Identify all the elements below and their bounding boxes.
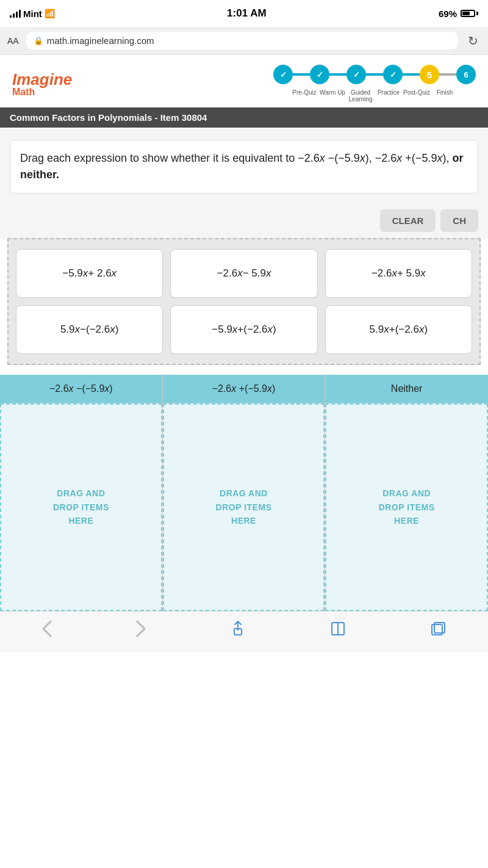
progress-nav: ✓ ✓ ✓ ✓ 5 6 Pre-Quiz Warm Up GuidedLearn…: [273, 65, 476, 103]
drag-card-2[interactable]: −2.6x − 5.9x: [170, 249, 317, 298]
drag-source-area: −5.9x + 2.6x −2.6x − 5.9x −2.6x + 5.9x 5…: [7, 238, 481, 365]
connector-1: [293, 73, 310, 76]
check-button[interactable]: CH: [440, 209, 478, 232]
logo-math: Math: [12, 87, 72, 98]
drop-zone-2-placeholder: DRAG ANDDROP ITEMSHERE: [216, 486, 272, 527]
label-finish: Finish: [426, 89, 463, 96]
drag-card-5[interactable]: −5.9x +(−2.6x): [170, 305, 317, 354]
drop-zone-3: Neither DRAG ANDDROP ITEMSHERE: [325, 375, 488, 611]
status-time: 1:01 AM: [227, 7, 267, 20]
drag-card-1[interactable]: −5.9x + 2.6x: [16, 249, 163, 298]
battery-fill: [462, 12, 470, 15]
drop-zone-1-header: −2.6x −(−5.9x): [0, 375, 162, 403]
signal-bars: [10, 9, 21, 18]
drop-zone-3-placeholder: DRAG ANDDROP ITEMSHERE: [379, 486, 435, 527]
signal-bar-4: [19, 10, 21, 18]
signal-bar-1: [10, 15, 12, 18]
step-post-quiz: 5: [420, 65, 439, 84]
connector-4: [403, 73, 420, 76]
clear-button[interactable]: CLEAR: [380, 209, 436, 232]
book-icon: [329, 620, 346, 637]
battery-tip: [476, 12, 478, 15]
wifi-icon: 📶: [45, 9, 55, 18]
action-buttons: CLEAR CH: [0, 203, 488, 238]
drop-zone-2-header: −2.6x +(−5.9x): [163, 375, 325, 403]
drag-card-4[interactable]: 5.9x −(−2.6x): [16, 305, 163, 354]
url-bar[interactable]: 🔒 math.imaginelearning.com: [26, 32, 458, 49]
progress-labels: Pre-Quiz Warm Up GuidedLearning Practice…: [286, 89, 463, 103]
forward-icon: [135, 620, 146, 637]
battery-icon: [461, 10, 478, 17]
tabs-button[interactable]: [420, 618, 456, 640]
battery-percent: 69%: [439, 9, 457, 19]
drag-card-6[interactable]: 5.9x +(−2.6x): [325, 305, 472, 354]
step-pre-quiz: ✓: [273, 65, 293, 84]
signal-bar-2: [13, 13, 15, 18]
status-left: Mint 📶: [10, 9, 55, 19]
forward-button[interactable]: [126, 618, 156, 640]
drop-zone-1-body[interactable]: DRAG ANDDROP ITEMSHERE: [0, 403, 162, 611]
progress-steps: ✓ ✓ ✓ ✓ 5 6: [273, 65, 476, 84]
bottom-nav: [0, 611, 488, 652]
status-right: 69%: [439, 9, 478, 19]
share-icon: [229, 620, 246, 637]
back-icon: [41, 620, 52, 637]
step-practice: ✓: [383, 65, 403, 84]
drop-zone-2-body[interactable]: DRAG ANDDROP ITEMSHERE: [163, 403, 325, 611]
signal-bar-3: [16, 12, 18, 18]
connector-2: [329, 73, 346, 76]
status-bar: Mint 📶 1:01 AM 69%: [0, 0, 488, 27]
item-title-bar: Common Factors in Polynomials - Item 308…: [0, 107, 488, 128]
drop-zones: −2.6x −(−5.9x) DRAG ANDDROP ITEMSHERE −2…: [0, 375, 488, 611]
bookmark-button[interactable]: [320, 618, 356, 640]
back-button[interactable]: [32, 618, 62, 640]
step-warm-up: ✓: [310, 65, 329, 84]
item-title-text: Common Factors in Polynomials - Item 308…: [10, 112, 207, 123]
drop-zone-3-body[interactable]: DRAG ANDDROP ITEMSHERE: [325, 403, 488, 611]
browser-bar: AA 🔒 math.imaginelearning.com ↻: [0, 27, 488, 55]
battery-body: [461, 10, 475, 17]
drop-zone-3-header: Neither: [325, 375, 488, 403]
drop-zone-2: −2.6x +(−5.9x) DRAG ANDDROP ITEMSHERE: [163, 375, 326, 611]
tabs-icon: [429, 620, 447, 637]
connector-5: [439, 73, 456, 76]
step-guided-learning: ✓: [346, 65, 366, 84]
drop-zone-1-placeholder: DRAG ANDDROP ITEMSHERE: [53, 486, 109, 527]
step-finish: 6: [456, 65, 476, 84]
reload-button[interactable]: ↻: [465, 34, 481, 48]
logo-area: Imagine Math: [12, 70, 72, 98]
drop-zone-1: −2.6x −(−5.9x) DRAG ANDDROP ITEMSHERE: [0, 375, 163, 611]
aa-text[interactable]: AA: [7, 36, 19, 46]
question-area: Drag each expression to show whether it …: [0, 128, 488, 203]
url-text: math.imaginelearning.com: [47, 35, 154, 46]
connector-3: [366, 73, 383, 76]
share-button[interactable]: [220, 618, 256, 640]
app-header: Imagine Math ✓ ✓ ✓ ✓ 5 6 Pre-Quiz Warm U…: [0, 55, 488, 107]
carrier-name: Mint: [23, 9, 42, 19]
drag-card-3[interactable]: −2.6x + 5.9x: [325, 249, 472, 298]
question-text: Drag each expression to show whether it …: [10, 140, 478, 193]
lock-icon: 🔒: [34, 36, 43, 45]
